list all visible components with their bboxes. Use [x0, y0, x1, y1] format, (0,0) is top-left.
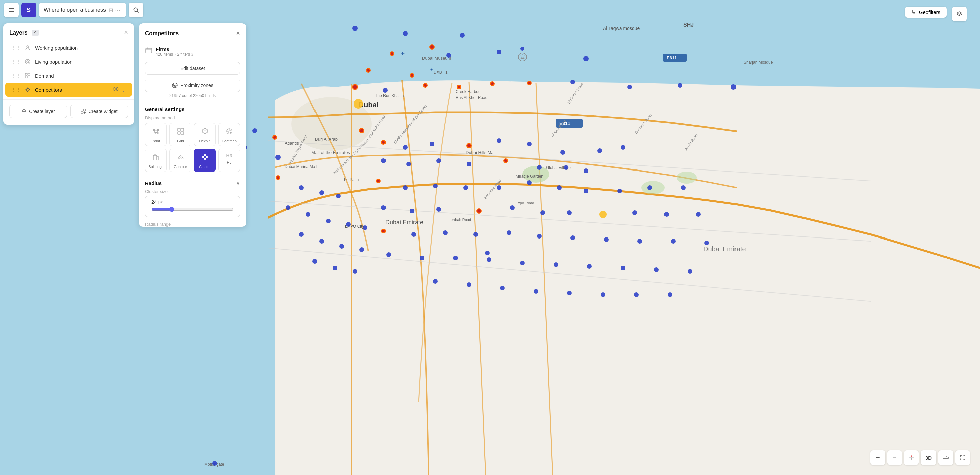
map-dot — [587, 264, 592, 269]
layer-item-working-population[interactable]: ⋮⋮ Working population — [5, 40, 132, 54]
map-dot — [376, 179, 381, 183]
svg-text:Dubai Emirate: Dubai Emirate — [703, 245, 746, 253]
cluster-size-slider[interactable] — [151, 207, 234, 212]
svg-rect-84 — [153, 156, 157, 160]
cluster-size-value: 24 — [151, 199, 157, 205]
proximity-zones-button[interactable]: Proximity zones — [145, 79, 240, 92]
radius-section-header[interactable]: Radius ∧ — [139, 176, 246, 189]
cluster-size-label: Cluster size — [139, 189, 246, 196]
svg-rect-57 — [25, 76, 27, 78]
map-dot — [554, 262, 558, 267]
h3-icon: H3 — [226, 153, 232, 158]
svg-point-61 — [27, 91, 29, 92]
map-layers-button[interactable] — [952, 7, 967, 21]
geofilters-label: Geofilters — [919, 10, 940, 15]
more-icon[interactable]: ⋯ — [115, 7, 120, 13]
create-widget-button[interactable]: Create widget — [70, 105, 128, 118]
cluster-icon — [201, 153, 209, 163]
point-icon — [152, 127, 160, 137]
map-dot — [731, 84, 736, 90]
svg-text:Ras Al Khor Road: Ras Al Khor Road — [455, 96, 487, 100]
layer-item-demand[interactable]: ⋮⋮ Demand — [5, 69, 132, 83]
general-settings-title: General settings — [139, 102, 246, 114]
living-population-icon — [24, 58, 32, 65]
map-dot — [299, 232, 304, 237]
layers-title: Layers — [10, 29, 28, 36]
layer-label-living-population: Living population — [35, 59, 126, 65]
display-option-contour[interactable]: Contour — [169, 149, 191, 172]
svg-point-51 — [913, 13, 914, 14]
map-dot — [403, 31, 407, 36]
map-dot — [567, 210, 572, 215]
display-option-cluster[interactable]: Cluster — [194, 149, 216, 172]
layers-footer: Create layer Create widget — [3, 99, 134, 119]
map-dot — [403, 185, 407, 190]
map-dot — [252, 128, 257, 133]
layers-close-button[interactable]: × — [124, 29, 128, 37]
grid-label: Grid — [177, 139, 184, 143]
zoom-out-button[interactable]: − — [887, 450, 902, 465]
rename-icon[interactable]: ⊟ — [108, 7, 113, 13]
map-dot — [520, 46, 525, 51]
layer-label-working-population: Working population — [35, 45, 126, 51]
edit-dataset-button[interactable]: Edit dataset — [145, 62, 240, 75]
map-dot — [497, 49, 501, 54]
layer-drag-handle[interactable]: ⋮⋮ — [11, 45, 21, 50]
svg-text:Atlantis: Atlantis — [285, 141, 299, 146]
svg-rect-90 — [943, 457, 948, 458]
zoom-in-button[interactable]: + — [870, 450, 885, 465]
fullscreen-button[interactable] — [955, 450, 970, 465]
svg-text:Lehbab Road: Lehbab Road — [449, 218, 471, 222]
buildings-label: Buildings — [148, 165, 164, 169]
svg-point-76 — [157, 132, 158, 134]
buildings-icon — [152, 153, 160, 163]
radius-collapse-icon[interactable]: ∧ — [236, 180, 240, 186]
display-option-point[interactable]: Point — [145, 123, 167, 146]
svg-text:Miracle Garden: Miracle Garden — [516, 174, 543, 179]
map-dot — [533, 289, 538, 294]
settings-close-button[interactable]: × — [236, 29, 240, 37]
map-dot — [500, 286, 505, 290]
svg-point-3 — [641, 181, 665, 194]
map-dot — [637, 239, 642, 244]
layer-item-living-population[interactable]: ⋮⋮ Living population — [5, 54, 132, 69]
map-dot — [381, 158, 386, 163]
display-option-grid[interactable]: Grid — [169, 123, 191, 146]
3d-button[interactable]: 3D — [921, 450, 937, 465]
svg-rect-67 — [81, 112, 83, 113]
layer-drag-handle[interactable]: ⋮⋮ — [11, 59, 21, 64]
measure-button[interactable] — [939, 450, 953, 465]
grid-icon — [177, 127, 185, 137]
layer-drag-handle[interactable]: ⋮⋮ — [11, 87, 21, 92]
display-option-hexbin[interactable]: Hexbin — [194, 123, 216, 146]
layer-drag-handle[interactable]: ⋮⋮ — [11, 73, 21, 78]
svg-point-86 — [204, 154, 206, 156]
contour-label: Contour — [174, 165, 187, 169]
display-option-heatmap[interactable]: Heatmap — [218, 123, 240, 146]
compass-button[interactable] — [904, 450, 919, 465]
menu-button[interactable] — [4, 3, 19, 18]
title-box: Where to open a business ⊟ ⋯ — [39, 3, 126, 18]
layer-item-competitors[interactable]: ⋮⋮ Competitors ⋮ — [5, 83, 132, 97]
map-dot — [466, 282, 471, 287]
create-layer-button[interactable]: Create layer — [10, 105, 67, 118]
map-dot — [597, 148, 602, 153]
map-dot — [570, 80, 575, 84]
settings-title: Competitors — [145, 30, 178, 37]
geofilters-button[interactable]: Geofilters — [905, 7, 947, 18]
svg-text:Al Taqwa mosque: Al Taqwa mosque — [603, 26, 640, 31]
map-dot — [272, 135, 277, 140]
map-dot — [306, 212, 310, 217]
search-button[interactable] — [129, 3, 143, 18]
working-population-icon — [24, 44, 32, 51]
layer-visibility-toggle[interactable] — [113, 87, 119, 93]
map-dot — [286, 206, 290, 210]
layer-more-button[interactable]: ⋮ — [121, 87, 126, 93]
display-option-h3[interactable]: H3 H3 — [218, 149, 240, 172]
map-dot — [487, 257, 492, 262]
svg-point-83 — [229, 131, 230, 132]
map-dot — [564, 165, 568, 170]
map-dot — [654, 267, 659, 272]
contour-icon — [177, 153, 185, 163]
display-option-buildings[interactable]: Buildings — [145, 149, 167, 172]
